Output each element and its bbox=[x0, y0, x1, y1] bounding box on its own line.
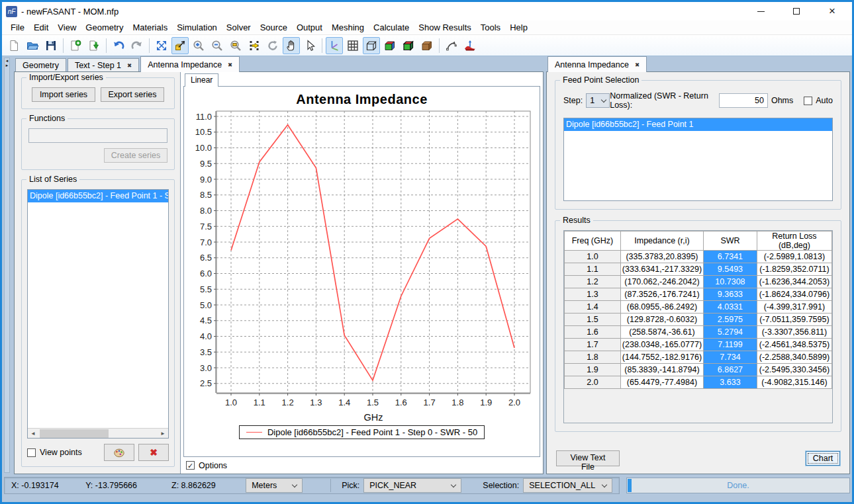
options-label: Options bbox=[199, 461, 227, 470]
options-checkbox[interactable]: ✓ bbox=[186, 461, 195, 470]
scrollbar-track[interactable] bbox=[38, 429, 158, 439]
table-row[interactable]: 1.0(335.3783,20.8395)6.7341(-2.5989,1.08… bbox=[565, 251, 832, 263]
chart-button[interactable]: Chart bbox=[806, 451, 840, 466]
tab-antenna-impedance[interactable]: Antenna Impedance ✖ bbox=[140, 56, 240, 72]
fit-view-button[interactable] bbox=[153, 37, 170, 54]
pan-hand-button[interactable] bbox=[283, 37, 300, 54]
grid-button[interactable] bbox=[344, 37, 361, 54]
units-dropdown[interactable]: Meters bbox=[246, 478, 303, 493]
step-dropdown[interactable]: 1 bbox=[586, 93, 610, 108]
menu-item-materials[interactable]: Materials bbox=[128, 21, 172, 34]
scroll-right-icon[interactable]: ► bbox=[158, 431, 168, 437]
delete-series-button[interactable]: ✖ bbox=[138, 444, 169, 461]
select-cursor-button[interactable] bbox=[301, 37, 318, 54]
tab-close-icon[interactable]: ✖ bbox=[228, 62, 232, 68]
menu-item-meshing[interactable]: Meshing bbox=[327, 21, 369, 34]
minimize-button[interactable] bbox=[754, 5, 767, 18]
left-tabstrip: Geometry Text - Step 1 ✖ Antenna Impedan… bbox=[14, 56, 544, 72]
table-row[interactable]: 1.4(68.0955,-86.2492)4.0331(-4.399,317.9… bbox=[565, 301, 832, 314]
scroll-left-icon[interactable]: ◄ bbox=[28, 431, 38, 437]
zoom-in-button[interactable] bbox=[190, 37, 207, 54]
redo-button[interactable] bbox=[128, 37, 146, 54]
menu-item-file[interactable]: File bbox=[6, 21, 29, 34]
tab-antenna-impedance-right[interactable]: Antenna Impedance ✖ bbox=[547, 56, 647, 72]
tab-linear[interactable]: Linear bbox=[185, 73, 218, 87]
new-file-button[interactable] bbox=[5, 37, 23, 54]
normalized-input[interactable] bbox=[719, 93, 768, 108]
horizontal-scrollbar[interactable]: ◄ ► bbox=[28, 428, 168, 438]
menu-item-calculate[interactable]: Calculate bbox=[369, 21, 414, 34]
save-button[interactable] bbox=[42, 37, 60, 54]
menu-item-edit[interactable]: Edit bbox=[29, 21, 53, 34]
import-file-button[interactable] bbox=[85, 37, 103, 54]
view-flat-button[interactable] bbox=[381, 37, 399, 54]
maximize-button[interactable] bbox=[790, 5, 803, 18]
add-series-file-button[interactable] bbox=[67, 37, 84, 54]
collapse-left-icon[interactable]: ◄ bbox=[5, 59, 9, 63]
table-row[interactable]: 1.1(333.6341,-217.3329)9.5493(-1.8259,35… bbox=[565, 263, 832, 276]
zoom-window-button[interactable] bbox=[227, 37, 244, 54]
import-file-icon bbox=[87, 39, 101, 52]
table-row[interactable]: 1.3(87.3526,-176.7241)9.3633(-1.8624,334… bbox=[565, 288, 832, 301]
series-color-button[interactable] bbox=[104, 444, 134, 461]
close-button[interactable]: × bbox=[826, 5, 839, 18]
rotate-arc-button[interactable] bbox=[443, 37, 460, 54]
coord-y: Y: -13.795666 bbox=[85, 481, 167, 490]
far-field-button[interactable] bbox=[461, 37, 479, 54]
svg-text:2.0: 2.0 bbox=[508, 398, 520, 407]
axes-button[interactable] bbox=[326, 37, 343, 54]
view-text-file-button[interactable]: View Text File bbox=[556, 450, 620, 466]
scrollbar-thumb[interactable] bbox=[40, 429, 109, 438]
tab-close-icon[interactable]: ✖ bbox=[127, 62, 132, 69]
view-flat-lines-button[interactable] bbox=[400, 37, 417, 54]
feed-point-listbox[interactable]: Dipole [id66b55bc2] - Feed Point 1 bbox=[563, 118, 833, 201]
table-row[interactable]: 1.8(144.7552,-182.9176)7.734(-2.2588,340… bbox=[565, 351, 832, 364]
tab-geometry[interactable]: Geometry bbox=[15, 58, 66, 72]
menu-item-simulation[interactable]: Simulation bbox=[172, 21, 222, 34]
export-series-button[interactable]: Export series bbox=[101, 87, 164, 102]
menu-item-geometry[interactable]: Geometry bbox=[81, 21, 128, 34]
open-button[interactable] bbox=[24, 37, 41, 54]
function-input[interactable] bbox=[28, 128, 167, 143]
step-value: 1 bbox=[590, 96, 594, 105]
table-row[interactable]: 1.5(129.8728,-0.6032)2.5975(-7.0511,359.… bbox=[565, 314, 832, 326]
menu-item-source[interactable]: Source bbox=[256, 21, 292, 34]
menu-item-show-results[interactable]: Show Results bbox=[414, 21, 475, 34]
undo-button[interactable] bbox=[110, 37, 127, 54]
create-series-button[interactable]: Create series bbox=[104, 148, 167, 163]
table-row[interactable]: 1.7(238.0348,-165.0777)7.1199(-2.4561,34… bbox=[565, 339, 832, 351]
list-of-series-group: List of Series Dipole [id66b55bc2] - Fee… bbox=[21, 179, 175, 467]
tab-text-step-1[interactable]: Text - Step 1 ✖ bbox=[68, 58, 139, 72]
table-row[interactable]: 1.9(85.3839,-141.8794)6.8627(-2.5495,330… bbox=[565, 364, 832, 376]
feed-point-list-item[interactable]: Dipole [id66b55bc2] - Feed Point 1 bbox=[564, 118, 832, 131]
menu-item-solver[interactable]: Solver bbox=[222, 21, 256, 34]
auto-checkbox[interactable] bbox=[804, 97, 812, 105]
view-wireframe-button[interactable] bbox=[363, 37, 380, 54]
chart-legend: Dipole [id66b55bc2] - Feed Point 1 - Ste… bbox=[239, 425, 485, 439]
import-series-button[interactable]: Import series bbox=[32, 87, 95, 102]
pan-axis-button[interactable] bbox=[246, 37, 263, 54]
table-row[interactable]: 1.6(258.5874,-36.61)5.2794(-3.3307,356.8… bbox=[565, 326, 832, 339]
pick-dropdown[interactable]: PICK_NEAR bbox=[363, 478, 461, 493]
freq-cell: 1.2 bbox=[565, 276, 621, 288]
view-solid-button[interactable] bbox=[418, 37, 436, 54]
zoom-object-button[interactable] bbox=[171, 37, 189, 54]
auto-label: Auto bbox=[816, 96, 833, 105]
series-list-item[interactable]: Dipole [id66b55bc2] - Feed Point 1 - Ste… bbox=[28, 190, 168, 202]
view-points-checkbox[interactable] bbox=[27, 448, 36, 457]
table-row[interactable]: 1.2(170.062,-246.2042)10.7308(-1.6236,34… bbox=[565, 276, 832, 288]
rotate-view-button[interactable] bbox=[264, 37, 281, 54]
menu-item-tools[interactable]: Tools bbox=[476, 21, 505, 34]
menu-item-output[interactable]: Output bbox=[292, 21, 327, 34]
menu-item-help[interactable]: Help bbox=[505, 21, 532, 34]
menu-item-view[interactable]: View bbox=[53, 21, 81, 34]
collapse-right-icon[interactable]: ► bbox=[5, 63, 9, 68]
impedance-cell: (129.8728,-0.6032) bbox=[620, 314, 703, 326]
panel-collapse-strip[interactable]: ◄ ► bbox=[4, 58, 10, 473]
zoom-object-icon bbox=[173, 39, 187, 52]
zoom-out-button[interactable] bbox=[209, 37, 226, 54]
series-listbox[interactable]: Dipole [id66b55bc2] - Feed Point 1 - Ste… bbox=[27, 189, 169, 439]
table-row[interactable]: 2.0(65.4479,-77.4984)3.633(-4.9082,315.1… bbox=[565, 376, 832, 389]
tab-close-icon[interactable]: ✖ bbox=[635, 62, 640, 68]
selection-dropdown[interactable]: SELECTION_ALL bbox=[523, 478, 612, 493]
